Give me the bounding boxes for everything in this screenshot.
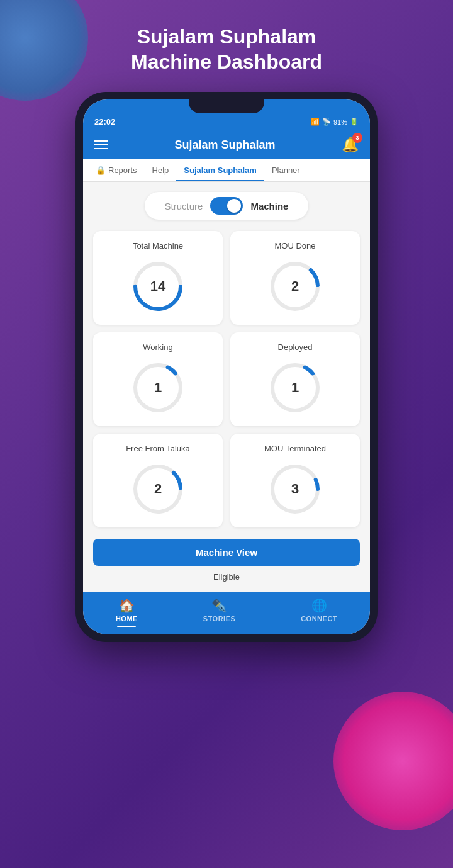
toggle-switch[interactable] (210, 197, 243, 215)
phone-frame: 22:02 📶 📡 91% 🔋 Sujalam Suphalam 🔔 3 🔒 (76, 92, 378, 642)
nav-stories[interactable]: ✒️ STORIES (203, 598, 236, 627)
eligible-label: Eligible (93, 572, 360, 582)
stat-label-working: Working (143, 342, 172, 352)
phone-inner: 22:02 📶 📡 91% 🔋 Sujalam Suphalam 🔔 3 🔒 (83, 99, 370, 634)
notification-bell[interactable]: 🔔 3 (342, 137, 359, 153)
toggle-thumb (227, 199, 241, 213)
stat-mou-done: MOU Done 2 (230, 231, 360, 325)
nav-home-label: HOME (116, 615, 138, 623)
stat-total-machine: Total Machine 14 (93, 231, 223, 325)
donut-value-deployed: 1 (291, 380, 299, 396)
lock-icon: 🔒 (96, 166, 106, 175)
stats-grid: Total Machine 14 MOU Done (93, 231, 360, 527)
donut-total: 14 (130, 258, 186, 315)
battery-text: 91% (333, 118, 347, 126)
app-bar-title: Sujalam Suphalam (174, 138, 275, 152)
notch (189, 99, 264, 113)
status-bar: 22:02 📶 📡 91% 🔋 (83, 113, 370, 130)
stat-label-total: Total Machine (133, 241, 183, 251)
home-icon: 🏠 (119, 598, 135, 613)
signal-icon: 📡 (322, 118, 331, 126)
tab-help[interactable]: Help (145, 159, 177, 181)
stat-label-mou-terminated: MOU Terminated (264, 444, 326, 453)
stat-deployed: Deployed 1 (230, 332, 360, 426)
tab-planner[interactable]: Planner (264, 159, 308, 181)
donut-mou-terminated: 3 (267, 461, 323, 517)
wifi-icon: 📶 (311, 118, 320, 126)
stat-free-taluka: Free From Taluka 2 (93, 434, 223, 527)
stat-label-free-taluka: Free From Taluka (126, 444, 190, 453)
toggle-left-label: Structure (165, 201, 203, 211)
donut-deployed: 1 (267, 359, 323, 416)
machine-view-button[interactable]: Machine View (93, 539, 360, 566)
background-blob-left (0, 0, 88, 101)
notch-area (83, 99, 370, 113)
donut-free-taluka: 2 (130, 461, 186, 517)
bottom-nav: 🏠 HOME ✒️ STORIES 🌐 CONNECT (83, 592, 370, 634)
notification-badge: 3 (352, 133, 362, 143)
app-bar: Sujalam Suphalam 🔔 3 (83, 130, 370, 159)
tab-reports[interactable]: 🔒 Reports (88, 159, 145, 181)
tab-sujalam[interactable]: Sujalam Suphalam (176, 159, 264, 181)
stat-label-mou-done: MOU Done (274, 241, 315, 251)
donut-value-working: 1 (154, 380, 162, 396)
content-area: Structure Machine Total Machine 1 (83, 182, 370, 592)
page-title: Sujalam Suphalam Machine Dashboard (131, 24, 322, 74)
donut-value-total: 14 (150, 278, 165, 295)
nav-home[interactable]: 🏠 HOME (116, 598, 138, 627)
background-blob-right (333, 692, 453, 830)
tab-bar: 🔒 Reports Help Sujalam Suphalam Planner (83, 159, 370, 182)
toggle-right-label: Machine (250, 201, 288, 211)
donut-value-mou-done: 2 (291, 278, 299, 295)
nav-stories-label: STORIES (203, 615, 236, 623)
stat-working: Working 1 (93, 332, 223, 426)
donut-mou-done: 2 (267, 258, 323, 315)
battery-icon: 🔋 (350, 118, 359, 126)
stat-label-deployed: Deployed (278, 342, 313, 352)
connect-icon: 🌐 (311, 598, 327, 613)
stories-icon: ✒️ (211, 598, 227, 613)
stat-mou-terminated: MOU Terminated 3 (230, 434, 360, 527)
donut-value-mou-terminated: 3 (291, 481, 299, 497)
donut-working: 1 (130, 359, 186, 416)
status-icons: 📶 📡 91% 🔋 (311, 118, 359, 126)
nav-connect-label: CONNECT (301, 615, 337, 623)
donut-value-free-taluka: 2 (154, 481, 162, 497)
status-time: 22:02 (94, 117, 115, 127)
toggle-container: Structure Machine (145, 192, 308, 220)
nav-connect[interactable]: 🌐 CONNECT (301, 598, 337, 627)
hamburger-menu[interactable] (94, 140, 108, 149)
